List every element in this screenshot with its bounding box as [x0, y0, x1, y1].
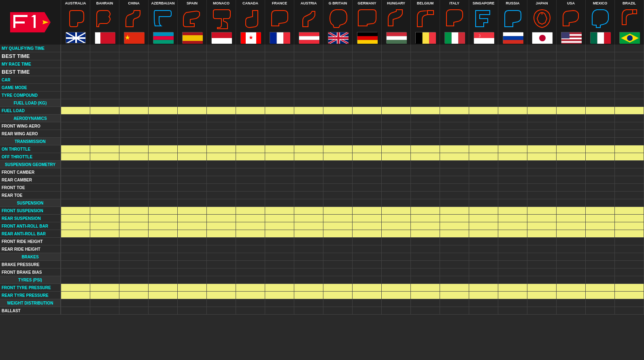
track-bahrain: BAHRAIN: [90, 0, 119, 45]
row-section-suspension: SUSPENSION: [0, 199, 644, 207]
row-front-suspension: FRONT SUSPENSION: [0, 207, 644, 215]
label-qualifying-time: MY QUALIFYING TIME: [0, 45, 61, 52]
track-russia: RUSSIA: [498, 0, 527, 45]
svg-rect-71: [597, 32, 604, 44]
label-rear-camber: REAR CAMBER: [0, 176, 61, 183]
label-rear-arb: REAR ANTI-ROLL BAR: [0, 230, 61, 237]
label-rear-toe: REAR TOE: [0, 192, 61, 199]
row-section-fuel: FUEL LOAD (KG): [0, 99, 644, 107]
row-best-time-race: BEST TIME: [0, 68, 644, 76]
row-game-mode: GAME MODE: [0, 84, 644, 92]
label-section-suspension: SUSPENSION: [0, 199, 61, 207]
flag-belgium: [415, 32, 436, 43]
row-ballast: BALLAST: [0, 307, 644, 315]
row-rear-arb: REAR ANTI-ROLL BAR: [0, 230, 644, 238]
label-section-brakes: BRAKES: [0, 253, 61, 260]
cells-best-time-race: [61, 68, 644, 76]
row-race-time: MY RACE TIME: [0, 60, 644, 68]
track-gb: G BRITAIN: [323, 0, 352, 45]
svg-rect-1: [13, 15, 28, 17]
cells-qualifying-time: [61, 45, 644, 52]
row-rear-wing: REAR WING AERO: [0, 130, 644, 138]
label-fuel-load: FUEL LOAD: [0, 107, 61, 114]
row-section-transmission: TRANSMISSION: [0, 138, 644, 145]
svg-rect-51: [445, 32, 452, 44]
svg-text:☽: ☽: [477, 34, 481, 38]
row-tyre-compound: TYRE COMPOUND: [0, 92, 644, 99]
tracks-container: AUSTRALIA BAHRAIN: [61, 0, 644, 45]
label-off-throttle: OFF THROTTLE: [0, 153, 61, 160]
svg-rect-44: [357, 40, 378, 44]
track-mexico: MEXICO: [585, 0, 614, 45]
svg-rect-4: [34, 15, 36, 28]
label-car: CAR: [0, 76, 61, 83]
svg-rect-25: [256, 32, 261, 44]
flag-singapore: ☽: [474, 32, 494, 43]
row-car: CAR: [0, 76, 644, 84]
row-rear-ride: REAR RIDE HEIGHT: [0, 245, 644, 253]
label-rear-suspension: REAR SUSPENSION: [0, 215, 61, 222]
row-rear-tyre-pressure: REAR TYRE PRESSURE: [0, 292, 644, 299]
label-ballast: BALLAST: [0, 307, 61, 314]
flag-france: [270, 32, 290, 43]
svg-rect-49: [422, 32, 429, 44]
svg-rect-59: [503, 40, 523, 44]
svg-rect-17: [153, 40, 174, 44]
svg-rect-50: [429, 32, 436, 44]
track-usa: USA: [556, 0, 585, 45]
flag-australia: [66, 32, 86, 43]
row-section-susp-geo: SUSPENSION GEOMETRY: [0, 161, 644, 168]
svg-rect-70: [591, 32, 597, 44]
svg-rect-72: [604, 32, 611, 44]
track-japan: JAPAN: [527, 0, 556, 45]
svg-rect-23: [241, 32, 246, 44]
row-rear-camber: REAR CAMBER: [0, 176, 644, 184]
flag-mexico: [590, 32, 610, 43]
svg-rect-15: [153, 32, 174, 36]
track-hungary: HUNGARY: [381, 0, 410, 45]
svg-rect-3: [13, 21, 25, 23]
track-monaco: MONACO: [206, 0, 236, 45]
svg-rect-46: [387, 36, 407, 40]
svg-rect-43: [357, 36, 378, 40]
track-spain: SPAIN: [177, 0, 206, 45]
label-front-arb: FRONT ANTI-ROLL BAR: [0, 222, 61, 230]
track-singapore: SINGAPORE ☽: [469, 0, 498, 45]
row-off-throttle: OFF THROTTLE: [0, 153, 644, 161]
cells-best-time-qual: [61, 52, 644, 60]
track-belgium: BELGIUM: [410, 0, 440, 45]
flag-brazil: [619, 32, 640, 43]
label-section-weight: WEIGHT DISTRIBUTION: [0, 299, 61, 307]
track-italy: ITALY: [440, 0, 469, 45]
svg-rect-32: [299, 40, 319, 44]
label-rear-ride: REAR RIDE HEIGHT: [0, 245, 61, 253]
svg-rect-58: [503, 36, 523, 40]
row-front-arb: FRONT ANTI-ROLL BAR: [0, 222, 644, 230]
row-front-ride: FRONT RIDE HEIGHT: [0, 238, 644, 245]
row-section-brakes: BRAKES: [0, 253, 644, 261]
row-front-tyre-pressure: FRONT TYRE PRESSURE: [0, 284, 644, 292]
label-game-mode: GAME MODE: [0, 84, 61, 91]
f1-logo: [6, 10, 55, 34]
svg-rect-16: [153, 36, 174, 40]
label-brake-pressure: BRAKE PRESSURE: [0, 261, 61, 268]
row-front-camber: FRONT CAMBER: [0, 168, 644, 176]
label-section-transmission: TRANSMISSION: [0, 138, 61, 145]
label-front-suspension: FRONT SUSPENSION: [0, 207, 61, 214]
svg-rect-57: [503, 32, 523, 36]
svg-rect-20: [183, 41, 203, 44]
track-brazil: BRAZIL: [614, 0, 644, 45]
svg-rect-47: [387, 40, 407, 44]
row-section-tyres: TYRES (PSI): [0, 276, 644, 284]
svg-point-75: [627, 35, 633, 41]
data-table: MY QUALIFYING TIME BEST TIME MY RACE TIM…: [0, 45, 644, 315]
row-brake-pressure: BRAKE PRESSURE: [0, 261, 644, 268]
row-front-toe: FRONT TOE: [0, 184, 644, 192]
flag-austria: [299, 32, 319, 43]
flag-hungary: [386, 32, 406, 43]
label-front-toe: FRONT TOE: [0, 184, 61, 191]
flag-gb: [328, 32, 348, 43]
svg-rect-21: [212, 32, 232, 38]
flag-spain: [182, 32, 202, 43]
row-section-aero: AERODYNAMICS: [0, 115, 644, 122]
